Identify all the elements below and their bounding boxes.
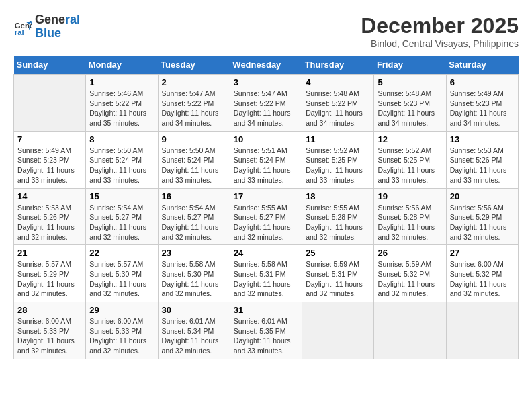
day-number: 4 [306,77,370,87]
calendar-table: SundayMondayTuesdayWednesdayThursdayFrid… [13,56,519,359]
calendar-cell: 7Sunrise: 5:49 AMSunset: 5:23 PMDaylight… [14,131,86,188]
day-number: 31 [234,305,298,315]
day-info: Sunrise: 5:52 AMSunset: 5:25 PMDaylight:… [306,146,370,185]
day-number: 16 [162,191,226,201]
calendar-cell: 22Sunrise: 5:57 AMSunset: 5:30 PMDayligh… [86,245,158,302]
day-info: Sunrise: 5:49 AMSunset: 5:23 PMDaylight:… [17,146,82,185]
week-row-2: 7Sunrise: 5:49 AMSunset: 5:23 PMDaylight… [14,131,519,188]
day-number: 23 [162,248,226,258]
logo: Gene ral GeneralBlue [13,13,80,40]
calendar-body: 1Sunrise: 5:46 AMSunset: 5:22 PMDaylight… [14,75,519,359]
main-title: December 2025 [361,13,519,38]
day-info: Sunrise: 5:59 AMSunset: 5:31 PMDaylight:… [306,259,370,299]
calendar-cell: 26Sunrise: 5:59 AMSunset: 5:32 PMDayligh… [374,245,446,302]
calendar-cell: 16Sunrise: 5:54 AMSunset: 5:27 PMDayligh… [158,188,230,245]
calendar-cell: 25Sunrise: 5:59 AMSunset: 5:31 PMDayligh… [302,245,374,302]
day-number: 17 [234,191,298,201]
weekday-monday: Monday [86,56,158,75]
day-info: Sunrise: 6:00 AMSunset: 5:33 PMDaylight:… [89,316,154,356]
logo-icon: Gene ral [13,17,32,36]
day-number: 8 [89,134,154,144]
day-number: 12 [378,134,442,144]
day-number: 28 [17,305,82,315]
day-number: 2 [162,77,226,87]
weekday-wednesday: Wednesday [230,56,302,75]
week-row-5: 28Sunrise: 6:00 AMSunset: 5:33 PMDayligh… [14,302,519,359]
calendar-cell: 24Sunrise: 5:58 AMSunset: 5:31 PMDayligh… [230,245,302,302]
calendar-cell: 18Sunrise: 5:55 AMSunset: 5:28 PMDayligh… [302,188,374,245]
week-row-1: 1Sunrise: 5:46 AMSunset: 5:22 PMDaylight… [14,75,519,132]
calendar-cell: 13Sunrise: 5:53 AMSunset: 5:26 PMDayligh… [446,131,518,188]
calendar-cell: 23Sunrise: 5:58 AMSunset: 5:30 PMDayligh… [158,245,230,302]
calendar-cell: 20Sunrise: 5:56 AMSunset: 5:29 PMDayligh… [446,188,518,245]
day-info: Sunrise: 5:48 AMSunset: 5:23 PMDaylight:… [378,89,442,128]
weekday-tuesday: Tuesday [158,56,230,75]
logo-text: GeneralBlue [35,13,80,40]
day-number: 19 [378,191,442,201]
calendar-cell: 5Sunrise: 5:48 AMSunset: 5:23 PMDaylight… [374,75,446,132]
calendar-cell: 15Sunrise: 5:54 AMSunset: 5:27 PMDayligh… [86,188,158,245]
day-number: 14 [17,191,82,201]
weekday-sunday: Sunday [14,56,86,75]
day-info: Sunrise: 6:01 AMSunset: 5:35 PMDaylight:… [234,316,298,356]
day-number: 13 [450,134,515,144]
day-number: 24 [234,248,298,258]
calendar-cell: 8Sunrise: 5:50 AMSunset: 5:24 PMDaylight… [86,131,158,188]
day-number: 25 [306,248,370,258]
calendar-cell: 30Sunrise: 6:01 AMSunset: 5:34 PMDayligh… [158,302,230,359]
day-info: Sunrise: 5:51 AMSunset: 5:24 PMDaylight:… [234,146,298,185]
day-info: Sunrise: 5:53 AMSunset: 5:26 PMDaylight:… [450,146,515,185]
day-number: 20 [450,191,515,201]
calendar-cell [302,302,374,359]
day-number: 3 [234,77,298,87]
day-number: 18 [306,191,370,201]
calendar-cell: 14Sunrise: 5:53 AMSunset: 5:26 PMDayligh… [14,188,86,245]
day-number: 15 [89,191,154,201]
day-info: Sunrise: 5:57 AMSunset: 5:30 PMDaylight:… [89,259,154,299]
calendar-cell: 3Sunrise: 5:47 AMSunset: 5:22 PMDaylight… [230,75,302,132]
day-number: 10 [234,134,298,144]
day-info: Sunrise: 6:00 AMSunset: 5:33 PMDaylight:… [17,316,82,356]
weekday-saturday: Saturday [446,56,518,75]
day-number: 5 [378,77,442,87]
calendar-cell: 27Sunrise: 6:00 AMSunset: 5:32 PMDayligh… [446,245,518,302]
calendar-cell: 28Sunrise: 6:00 AMSunset: 5:33 PMDayligh… [14,302,86,359]
day-number: 30 [162,305,226,315]
day-info: Sunrise: 5:48 AMSunset: 5:22 PMDaylight:… [306,89,370,128]
calendar-cell: 4Sunrise: 5:48 AMSunset: 5:22 PMDaylight… [302,75,374,132]
header: Gene ral GeneralBlue December 2025 Binlo… [13,13,519,49]
day-info: Sunrise: 5:54 AMSunset: 5:27 PMDaylight:… [162,203,226,242]
day-info: Sunrise: 5:55 AMSunset: 5:27 PMDaylight:… [234,203,298,242]
calendar-cell [14,75,86,132]
day-number: 1 [89,77,154,87]
day-number: 9 [162,134,226,144]
calendar-cell: 31Sunrise: 6:01 AMSunset: 5:35 PMDayligh… [230,302,302,359]
day-info: Sunrise: 5:47 AMSunset: 5:22 PMDaylight:… [234,89,298,128]
day-info: Sunrise: 6:00 AMSunset: 5:32 PMDaylight:… [450,259,515,299]
calendar-cell: 17Sunrise: 5:55 AMSunset: 5:27 PMDayligh… [230,188,302,245]
day-number: 6 [450,77,515,87]
day-info: Sunrise: 5:56 AMSunset: 5:29 PMDaylight:… [450,203,515,242]
day-info: Sunrise: 5:56 AMSunset: 5:28 PMDaylight:… [378,203,442,242]
calendar-cell: 9Sunrise: 5:50 AMSunset: 5:24 PMDaylight… [158,131,230,188]
day-info: Sunrise: 5:47 AMSunset: 5:22 PMDaylight:… [162,89,226,128]
day-number: 11 [306,134,370,144]
day-info: Sunrise: 5:52 AMSunset: 5:25 PMDaylight:… [378,146,442,185]
day-info: Sunrise: 5:59 AMSunset: 5:32 PMDaylight:… [378,259,442,299]
day-number: 29 [89,305,154,315]
calendar-cell [374,302,446,359]
calendar-cell: 6Sunrise: 5:49 AMSunset: 5:23 PMDaylight… [446,75,518,132]
day-info: Sunrise: 5:49 AMSunset: 5:23 PMDaylight:… [450,89,515,128]
day-number: 7 [17,134,82,144]
calendar-cell: 2Sunrise: 5:47 AMSunset: 5:22 PMDaylight… [158,75,230,132]
day-info: Sunrise: 5:53 AMSunset: 5:26 PMDaylight:… [17,203,82,242]
day-info: Sunrise: 5:58 AMSunset: 5:31 PMDaylight:… [234,259,298,299]
calendar-cell: 1Sunrise: 5:46 AMSunset: 5:22 PMDaylight… [86,75,158,132]
subtitle: Binlod, Central Visayas, Philippines [361,38,519,49]
calendar-cell: 29Sunrise: 6:00 AMSunset: 5:33 PMDayligh… [86,302,158,359]
day-number: 27 [450,248,515,258]
day-number: 22 [89,248,154,258]
day-info: Sunrise: 5:58 AMSunset: 5:30 PMDaylight:… [162,259,226,299]
day-info: Sunrise: 5:50 AMSunset: 5:24 PMDaylight:… [89,146,154,185]
day-info: Sunrise: 5:50 AMSunset: 5:24 PMDaylight:… [162,146,226,185]
